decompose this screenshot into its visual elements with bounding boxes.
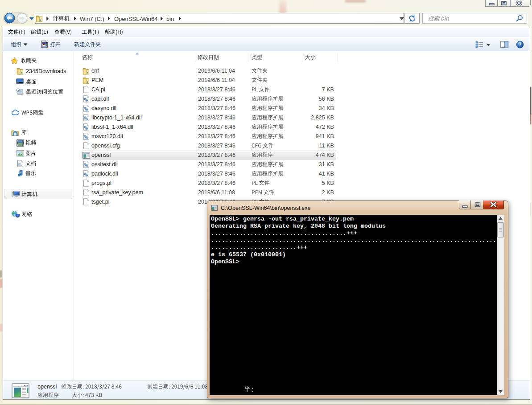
svg-text:?: ? (518, 41, 521, 48)
